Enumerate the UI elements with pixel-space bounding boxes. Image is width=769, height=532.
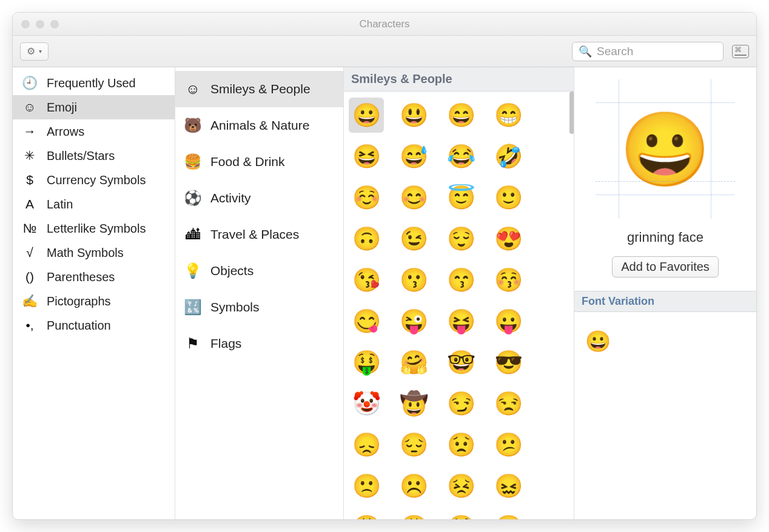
chevron-down-icon: ▾ bbox=[39, 48, 42, 55]
emoji-cell[interactable]: 😘 bbox=[349, 262, 384, 298]
sidebar-item-letterlike-symbols[interactable]: №Letterlike Symbols bbox=[13, 216, 175, 241]
sidebar-item-math-symbols[interactable]: √Math Symbols bbox=[13, 241, 175, 265]
category-item-icon: ☺ bbox=[184, 81, 202, 98]
emoji-cell[interactable]: 😚 bbox=[491, 262, 526, 298]
emoji-cell[interactable]: 😇 bbox=[443, 180, 479, 215]
emoji-cell[interactable]: 😖 bbox=[491, 468, 526, 504]
emoji-cell[interactable]: 😋 bbox=[349, 304, 384, 339]
emoji-cell[interactable]: 😔 bbox=[396, 427, 431, 462]
emoji-cell[interactable]: 😫 bbox=[349, 510, 384, 519]
emoji-cell[interactable]: 🤗 bbox=[396, 345, 431, 380]
category-item-icon: 🍔 bbox=[184, 153, 202, 170]
grid-header: Smileys & People bbox=[344, 67, 574, 91]
search-input[interactable] bbox=[596, 44, 717, 59]
category-item-activity[interactable]: ⚽Activity bbox=[175, 180, 343, 216]
sidebar-item-icon: ✍ bbox=[21, 294, 38, 308]
sidebar-item-punctuation[interactable]: •,Punctuation bbox=[13, 313, 175, 337]
sidebar-item-label: Letterlike Symbols bbox=[47, 222, 146, 236]
emoji-cell[interactable]: 🙂 bbox=[491, 180, 526, 215]
emoji-cell[interactable]: 😉 bbox=[396, 221, 431, 256]
category-item-food-drink[interactable]: 🍔Food & Drink bbox=[175, 144, 343, 180]
category-item-objects[interactable]: 💡Objects bbox=[175, 253, 343, 289]
category-item-label: Symbols bbox=[210, 300, 260, 314]
scrollbar-thumb[interactable] bbox=[569, 91, 574, 134]
emoji-cell[interactable]: 😌 bbox=[443, 221, 479, 256]
emoji-cell[interactable]: 😟 bbox=[443, 427, 479, 462]
category-item-travel-places[interactable]: 🏙Travel & Places bbox=[175, 216, 343, 253]
font-variation-header: Font Variation bbox=[574, 291, 756, 312]
emoji-cell[interactable]: 😎 bbox=[491, 345, 526, 380]
sidebar-item-latin[interactable]: ALatin bbox=[13, 192, 175, 216]
sidebar-item-bullets-stars[interactable]: ✳Bullets/Stars bbox=[13, 144, 175, 168]
minimize-dot-icon[interactable] bbox=[36, 20, 44, 28]
sidebar-item-currency-symbols[interactable]: $Currency Symbols bbox=[13, 168, 175, 192]
sidebar-item-icon: ☺ bbox=[21, 100, 38, 115]
emoji-cell[interactable]: 😠 bbox=[491, 510, 526, 519]
emoji-cell[interactable]: 😕 bbox=[491, 427, 526, 462]
sidebar-item-arrows[interactable]: →Arrows bbox=[13, 119, 175, 144]
emoji-cell[interactable]: 😄 bbox=[443, 98, 479, 133]
emoji-cell[interactable]: 😏 bbox=[443, 386, 479, 421]
compact-view-toggle-icon[interactable] bbox=[732, 45, 749, 58]
content-columns: 🕘Frequently Used☺Emoji→Arrows✳Bullets/St… bbox=[13, 67, 756, 519]
emoji-cell[interactable]: 😣 bbox=[443, 468, 479, 504]
emoji-cell[interactable]: 😜 bbox=[396, 304, 431, 339]
category-item-symbols[interactable]: 🔣Symbols bbox=[175, 289, 343, 325]
emoji-cell[interactable]: 😞 bbox=[349, 427, 384, 462]
sidebar-item-frequently-used[interactable]: 🕘Frequently Used bbox=[13, 71, 175, 95]
emoji-cell[interactable]: 😍 bbox=[491, 221, 526, 256]
emoji-cell[interactable]: 😆 bbox=[349, 139, 384, 174]
search-field[interactable]: 🔍 bbox=[572, 42, 724, 61]
emoji-cell[interactable]: 🤣 bbox=[491, 139, 526, 174]
category-item-flags[interactable]: ⚑Flags bbox=[175, 325, 343, 362]
sidebar-item-label: Parentheses bbox=[47, 270, 115, 284]
category-item-icon: ⚑ bbox=[184, 335, 202, 352]
emoji-cell[interactable]: 😩 bbox=[396, 510, 431, 519]
sidebar-item-parentheses[interactable]: ()Parentheses bbox=[13, 265, 175, 289]
emoji-cell[interactable]: 🙁 bbox=[349, 468, 384, 504]
category-item-label: Activity bbox=[210, 191, 251, 205]
gear-icon: ⚙ bbox=[27, 45, 35, 57]
sidebar-item-icon: √ bbox=[21, 245, 38, 260]
emoji-cell[interactable]: 🤡 bbox=[349, 386, 384, 421]
sidebar-groups: 🕘Frequently Used☺Emoji→Arrows✳Bullets/St… bbox=[13, 67, 175, 519]
zoom-dot-icon[interactable] bbox=[50, 20, 59, 28]
category-item-smileys-people[interactable]: ☺Smileys & People bbox=[175, 71, 343, 107]
emoji-cell[interactable]: 🤑 bbox=[349, 345, 384, 380]
grid-body[interactable]: 😀😃😄😁😆😅😂🤣☺️😊😇🙂🙃😉😌😍😘😗😙😚😋😜😝😛🤑🤗🤓😎🤡🤠😏😒😞😔😟😕🙁☹️… bbox=[344, 91, 574, 519]
emoji-cell[interactable]: 😒 bbox=[491, 386, 526, 421]
sidebar-item-emoji[interactable]: ☺Emoji bbox=[13, 95, 175, 119]
font-variation-glyph[interactable]: 😀 bbox=[583, 323, 748, 359]
emoji-cell[interactable]: 😗 bbox=[396, 262, 431, 298]
category-item-icon: 🏙 bbox=[184, 226, 202, 243]
emoji-cell[interactable]: 😂 bbox=[443, 139, 479, 174]
close-dot-icon[interactable] bbox=[21, 20, 30, 28]
emoji-cell[interactable]: 😛 bbox=[491, 304, 526, 339]
sidebar-item-pictographs[interactable]: ✍Pictographs bbox=[13, 289, 175, 313]
emoji-cell[interactable]: 🤓 bbox=[443, 345, 479, 380]
add-to-favorites-button[interactable]: Add to Favorites bbox=[612, 256, 719, 278]
emoji-cell[interactable]: 😅 bbox=[396, 139, 431, 174]
emoji-cell[interactable]: 😁 bbox=[491, 98, 526, 133]
window-controls[interactable] bbox=[21, 20, 59, 28]
emoji-cell[interactable]: 😀 bbox=[349, 98, 384, 133]
category-item-animals-nature[interactable]: 🐻Animals & Nature bbox=[175, 107, 343, 144]
emoji-cell[interactable]: 😙 bbox=[443, 262, 479, 298]
action-menu-button[interactable]: ⚙ ▾ bbox=[20, 42, 49, 61]
emoji-cell[interactable]: 😝 bbox=[443, 304, 479, 339]
category-item-icon: 💡 bbox=[184, 262, 202, 279]
emoji-cell[interactable]: 😊 bbox=[396, 180, 431, 215]
emoji-cell[interactable]: 🙃 bbox=[349, 221, 384, 256]
category-item-label: Flags bbox=[210, 336, 241, 351]
titlebar: Characters bbox=[13, 13, 756, 36]
emoji-cell[interactable]: ☺️ bbox=[349, 180, 384, 215]
sidebar-item-icon: 🕘 bbox=[21, 76, 38, 90]
category-item-label: Food & Drink bbox=[210, 155, 285, 169]
sidebar-item-label: Frequently Used bbox=[47, 76, 136, 90]
sidebar-item-label: Pictographs bbox=[47, 294, 111, 308]
emoji-cell[interactable]: 😃 bbox=[396, 98, 431, 133]
emoji-cell[interactable]: 😤 bbox=[443, 510, 479, 519]
emoji-cell[interactable]: 🤠 bbox=[396, 386, 431, 421]
sidebar-item-icon: A bbox=[21, 197, 38, 211]
emoji-cell[interactable]: ☹️ bbox=[396, 468, 431, 504]
